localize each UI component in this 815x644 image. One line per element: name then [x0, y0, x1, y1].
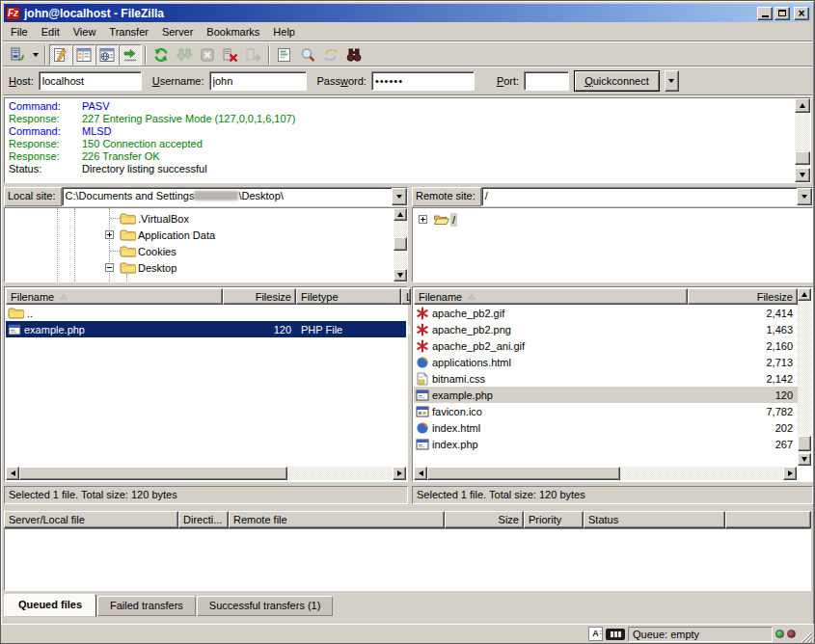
local-tree[interactable]: .VirtualBox Application Data Cookies Des…: [5, 208, 394, 282]
file-row-example-php[interactable]: example.php 120 PHP File 1: [6, 321, 406, 337]
scrollbar-thumb[interactable]: [798, 436, 811, 451]
file-row[interactable]: applications.html 2,713: [414, 354, 798, 370]
disconnect-button[interactable]: [219, 44, 242, 66]
menu-view[interactable]: View: [67, 24, 103, 40]
tree-item-cookies[interactable]: Cookies: [5, 243, 178, 259]
file-row-selected[interactable]: example.php 120: [414, 387, 798, 403]
scrollbar-thumb[interactable]: [394, 237, 407, 251]
toggle-queue-button[interactable]: [119, 44, 142, 66]
synchronized-browsing-button[interactable]: [319, 44, 342, 66]
local-tree-scrollbar[interactable]: [394, 208, 407, 282]
scrollbar-thumb[interactable]: [427, 467, 620, 480]
remote-list-hscrollbar[interactable]: [414, 467, 797, 480]
port-input[interactable]: [524, 71, 569, 91]
parent-directory-row[interactable]: ..: [6, 305, 406, 321]
remote-site-combo[interactable]: /: [481, 187, 813, 206]
file-row[interactable]: bitnami.css 2,142: [414, 370, 798, 387]
collapse-minus-icon[interactable]: [105, 263, 114, 272]
column-filesize[interactable]: Filesize: [223, 288, 296, 305]
password-input[interactable]: [371, 71, 475, 91]
dropdown-arrow-icon: [396, 195, 402, 199]
find-files-button[interactable]: [342, 44, 366, 66]
close-button[interactable]: ×: [794, 7, 809, 20]
column-filename[interactable]: Filename: [6, 288, 223, 305]
toggle-local-tree-button[interactable]: [72, 44, 95, 66]
column-empty[interactable]: [725, 511, 811, 528]
file-row[interactable]: index.html 202: [414, 419, 798, 436]
log-scrollbar[interactable]: [795, 98, 810, 182]
cancel-operation-button[interactable]: [196, 44, 219, 66]
local-site-combo[interactable]: C:\Documents and Settings\Desktop\: [62, 187, 408, 206]
local-site-combo-button[interactable]: [392, 188, 407, 205]
column-server-local-file[interactable]: Server/Local file: [4, 511, 178, 528]
expand-plus-icon[interactable]: [105, 230, 114, 239]
column-filetype[interactable]: Filetype: [296, 288, 401, 305]
file-row[interactable]: apache_pb2.png 1,463: [414, 321, 798, 337]
site-manager-dropdown[interactable]: [29, 44, 41, 66]
quickconnect-dropdown[interactable]: [665, 70, 679, 92]
file-row[interactable]: apache_pb2_ani.gif 2,160: [414, 337, 798, 354]
column-size[interactable]: Size: [445, 511, 524, 528]
scroll-down-button[interactable]: [798, 453, 811, 466]
tree-item-virtualbox[interactable]: .VirtualBox: [5, 210, 191, 227]
menu-file[interactable]: File: [4, 24, 35, 40]
local-list-hscrollbar[interactable]: [6, 467, 406, 480]
scroll-down-button[interactable]: [795, 168, 810, 182]
file-row[interactable]: index.php 267: [414, 436, 798, 452]
scroll-down-button[interactable]: [394, 269, 407, 282]
log-line: Command:MLSD: [9, 125, 791, 138]
tree-item-root[interactable]: /: [413, 211, 457, 228]
scroll-right-button[interactable]: [783, 467, 797, 480]
reconnect-button[interactable]: [242, 44, 265, 66]
tree-item-desktop[interactable]: Desktop: [5, 259, 178, 276]
column-remote-file[interactable]: Remote file: [229, 511, 445, 528]
title-bar[interactable]: Fz john@localhost - FileZilla ×: [4, 4, 811, 22]
tree-item-application-data[interactable]: Application Data: [5, 227, 217, 243]
scroll-up-button[interactable]: [798, 288, 811, 301]
remote-tree[interactable]: /: [413, 208, 812, 282]
tab-failed-transfers[interactable]: Failed transfers: [97, 596, 196, 616]
toggle-message-log-button[interactable]: [49, 44, 72, 66]
file-row[interactable]: favicon.ico 7,782: [414, 403, 798, 419]
column-filesize[interactable]: Filesize: [688, 288, 798, 305]
column-status[interactable]: Status: [584, 511, 725, 528]
column-priority[interactable]: Priority: [524, 511, 584, 528]
column-direction[interactable]: Directi...: [178, 511, 229, 528]
scroll-left-button[interactable]: [414, 467, 427, 480]
queue-list[interactable]: [4, 528, 811, 591]
refresh-button[interactable]: [149, 44, 173, 66]
tab-successful-transfers[interactable]: Successful transfers (1): [197, 596, 334, 616]
quickconnect-button[interactable]: Quickconnect: [574, 70, 660, 92]
expand-plus-icon[interactable]: [419, 215, 427, 224]
menu-help[interactable]: Help: [266, 24, 302, 40]
column-last-modified[interactable]: L: [401, 288, 411, 305]
filesize-cell: 120: [223, 324, 296, 335]
scroll-up-button[interactable]: [795, 98, 810, 113]
remote-site-combo-button[interactable]: [797, 188, 812, 205]
menu-bookmarks[interactable]: Bookmarks: [200, 24, 266, 40]
transfer-type-indicator-icon: A:: [588, 627, 603, 641]
resize-grip[interactable]: [799, 630, 812, 643]
scroll-left-button[interactable]: [6, 467, 19, 480]
tab-queued-files[interactable]: Queued files: [4, 594, 96, 617]
menu-transfer[interactable]: Transfer: [102, 24, 155, 40]
scrollbar-thumb[interactable]: [795, 151, 810, 165]
directory-comparison-button[interactable]: [296, 44, 319, 66]
process-queue-button[interactable]: [173, 44, 196, 66]
file-row[interactable]: apache_pb2.gif 2,414: [414, 305, 798, 321]
scroll-up-button[interactable]: [394, 208, 407, 221]
minimize-button[interactable]: [757, 7, 773, 20]
directory-filters-button[interactable]: [273, 44, 296, 66]
username-input[interactable]: [209, 71, 307, 91]
scroll-right-button[interactable]: [393, 467, 406, 480]
toggle-remote-tree-button[interactable]: [95, 44, 119, 66]
menu-edit[interactable]: Edit: [35, 24, 67, 40]
remote-selection-status: Selected 1 file. Total size: 120 bytes: [412, 486, 813, 504]
maximize-button[interactable]: [774, 7, 790, 20]
scrollbar-thumb[interactable]: [19, 467, 287, 480]
menu-server[interactable]: Server: [155, 24, 200, 40]
site-manager-button[interactable]: [6, 44, 29, 66]
column-filename[interactable]: Filename: [414, 288, 688, 305]
host-input[interactable]: [39, 71, 142, 91]
remote-list-vscrollbar[interactable]: [798, 288, 811, 466]
